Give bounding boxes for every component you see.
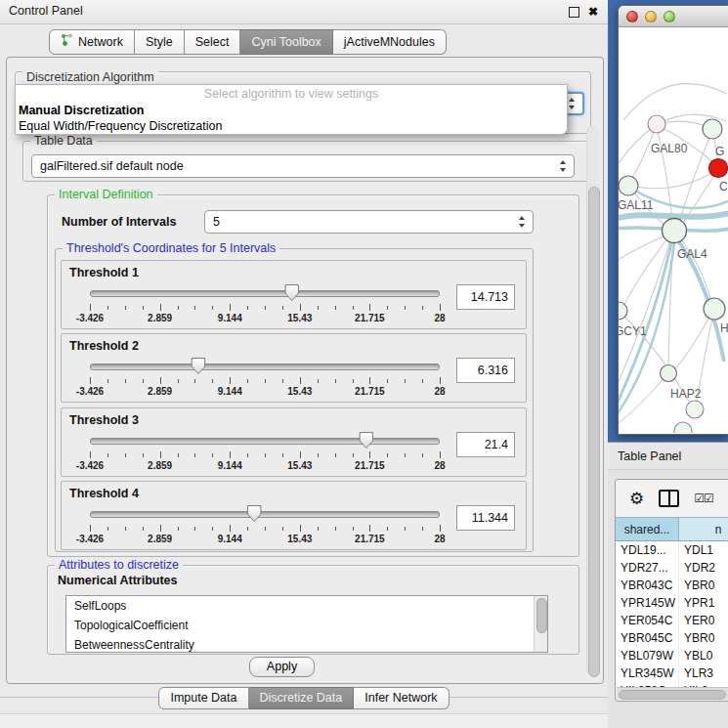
table-cell-name[interactable]: YBR0 xyxy=(679,577,728,594)
table-h-scrollbar[interactable] xyxy=(617,687,728,700)
tick-mark xyxy=(212,527,213,531)
panel-title: Control Panel xyxy=(9,4,83,18)
threshold-value-field[interactable]: 14.713 xyxy=(456,284,515,310)
tick-mark xyxy=(143,453,144,457)
table-cell-shared-name[interactable]: YDL19... xyxy=(616,541,679,559)
threshold-slider[interactable]: -3.4262.8599.14415.4321.71528 xyxy=(90,505,440,548)
slider-track[interactable] xyxy=(90,511,440,518)
close-traffic-light-icon[interactable] xyxy=(626,11,638,22)
gear-icon[interactable]: ⚙ xyxy=(629,491,644,507)
tab-jactivemnodules[interactable]: jActiveMNodules xyxy=(333,29,447,55)
node-gal4[interactable] xyxy=(663,219,687,243)
slider-track[interactable] xyxy=(90,438,440,445)
split-pane-icon[interactable] xyxy=(659,490,679,507)
tab-select[interactable]: Select xyxy=(185,29,241,55)
node-hap2[interactable] xyxy=(661,365,677,382)
tick-label: 28 xyxy=(434,460,445,471)
tab-network[interactable]: Network xyxy=(49,29,135,55)
threshold-slider[interactable]: -3.4262.8599.14415.4321.71528 xyxy=(90,432,440,475)
close-icon[interactable]: ✖ xyxy=(588,6,598,18)
tab-cyni-toolbox[interactable]: Cyni Toolbox xyxy=(240,29,332,55)
table-row[interactable]: YBR043C YBR0 xyxy=(616,577,728,594)
slider-thumb[interactable] xyxy=(191,358,205,374)
slider-track[interactable] xyxy=(90,364,440,370)
tab-style[interactable]: Style xyxy=(135,29,185,55)
tick-mark xyxy=(440,304,441,311)
threshold-slider[interactable]: -3.4262.8599.14415.4321.71528 xyxy=(90,284,440,327)
table-cell-shared-name[interactable]: YBR043C xyxy=(616,577,679,594)
table-row[interactable]: YDR27... YDR2 xyxy=(616,559,728,577)
slider-tick-labels: -3.4262.8599.14415.4321.71528 xyxy=(90,386,440,398)
threshold-value-field[interactable]: 11.344 xyxy=(456,505,515,531)
table-cell-shared-name[interactable]: YER054C xyxy=(616,612,679,629)
table-cell-name[interactable]: YBR0 xyxy=(679,629,728,647)
threshold-value-field[interactable]: 21.4 xyxy=(456,432,515,457)
minimize-traffic-light-icon[interactable] xyxy=(645,11,657,22)
table-h-scrollbar-thumb[interactable] xyxy=(619,690,726,700)
node-pink[interactable] xyxy=(648,115,665,133)
column-header-shared-name[interactable]: shared... xyxy=(616,518,679,540)
table-cell-name[interactable]: YDL1 xyxy=(679,541,728,559)
node-gcy1[interactable] xyxy=(619,302,627,320)
table-cell-shared-name[interactable]: YBR045C xyxy=(616,629,679,647)
column-header-name[interactable]: n xyxy=(679,518,728,540)
tab-infer-network[interactable]: Infer Network xyxy=(354,687,449,709)
table-cell-name[interactable]: YPR1 xyxy=(679,594,728,612)
list-item[interactable]: SelfLoops xyxy=(66,596,547,616)
tab-impute-data[interactable]: Impute Data xyxy=(158,687,248,709)
table-row[interactable]: YER054C YER0 xyxy=(616,612,728,629)
table-row[interactable]: YDL19... YDL1 xyxy=(616,541,728,559)
network-window-titlebar[interactable] xyxy=(619,6,728,27)
list-scrollbar-thumb[interactable] xyxy=(536,598,547,633)
slider-thumb[interactable] xyxy=(247,505,262,522)
table-cell-name[interactable]: YBL0 xyxy=(679,647,728,664)
checkbox-icons[interactable]: ☑☑ xyxy=(694,492,713,504)
float-window-icon[interactable] xyxy=(569,7,579,18)
tab-discretize-data[interactable]: Discretize Data xyxy=(249,687,355,709)
apply-button[interactable]: Apply xyxy=(249,657,315,677)
tick-mark xyxy=(90,451,91,458)
node[interactable] xyxy=(703,119,722,139)
slider-track[interactable] xyxy=(90,290,440,297)
table-data-combobox[interactable]: galFiltered.sif default node xyxy=(31,154,575,178)
panel-scrollbar-thumb[interactable] xyxy=(588,187,600,677)
tick-label: 15.43 xyxy=(287,534,312,544)
dropdown-option-equal-width-frequency[interactable]: Equal Width/Frequency Discretization xyxy=(16,118,567,134)
list-item[interactable]: TopologicalCoefficient xyxy=(66,616,547,635)
group-title-table-data: Table Data xyxy=(30,134,97,148)
table-cell-name[interactable]: YER0 xyxy=(679,612,728,629)
zoom-traffic-light-icon[interactable] xyxy=(664,11,675,22)
list-item[interactable]: BetweennessCentrality xyxy=(66,635,547,653)
threshold-slider[interactable]: -3.4262.8599.14415.4321.71528 xyxy=(90,358,440,401)
tick-mark xyxy=(440,525,441,532)
table-cell-name[interactable]: YDR2 xyxy=(679,559,728,577)
slider-ticks xyxy=(90,376,440,384)
node[interactable] xyxy=(674,422,692,433)
table-row[interactable]: YPR145W YPR1 xyxy=(616,594,728,612)
node-selected-red[interactable] xyxy=(709,159,728,178)
tick-label: 9.144 xyxy=(218,386,242,397)
number-of-intervals-combobox[interactable]: 5 xyxy=(204,210,534,234)
table-row[interactable]: YLR345W YLR3 xyxy=(616,664,728,682)
panel-scrollbar[interactable] xyxy=(586,126,600,675)
table-cell-shared-name[interactable]: YDR27... xyxy=(616,559,679,577)
node[interactable] xyxy=(686,401,704,418)
table-cell-shared-name[interactable]: YPR145W xyxy=(616,594,679,612)
node[interactable] xyxy=(704,298,725,320)
numerical-attributes-list[interactable]: SelfLoopsTopologicalCoefficientBetweenne… xyxy=(65,595,548,653)
threshold-value-field[interactable]: 6.316 xyxy=(456,358,515,383)
table-panel-title: Table Panel xyxy=(618,450,681,463)
table-cell-shared-name[interactable]: YBL079W xyxy=(616,647,679,664)
slider-thumb[interactable] xyxy=(359,432,373,449)
list-scrollbar[interactable] xyxy=(534,596,547,652)
tick-mark xyxy=(335,306,336,310)
footer-strip xyxy=(0,713,608,728)
slider-thumb[interactable] xyxy=(284,284,299,301)
table-row[interactable]: YBR045C YBR0 xyxy=(616,629,728,647)
table-row[interactable]: YBL079W YBL0 xyxy=(616,647,728,664)
node-gal11[interactable] xyxy=(619,176,638,195)
dropdown-option-manual-discretization[interactable]: Manual Discretization xyxy=(16,103,567,118)
network-canvas[interactable]: GAL80 G C GAL11 GAL4 GCY1 H HAP2 xyxy=(619,27,728,434)
table-cell-shared-name[interactable]: YLR345W xyxy=(616,664,679,682)
table-cell-name[interactable]: YLR3 xyxy=(679,664,728,682)
